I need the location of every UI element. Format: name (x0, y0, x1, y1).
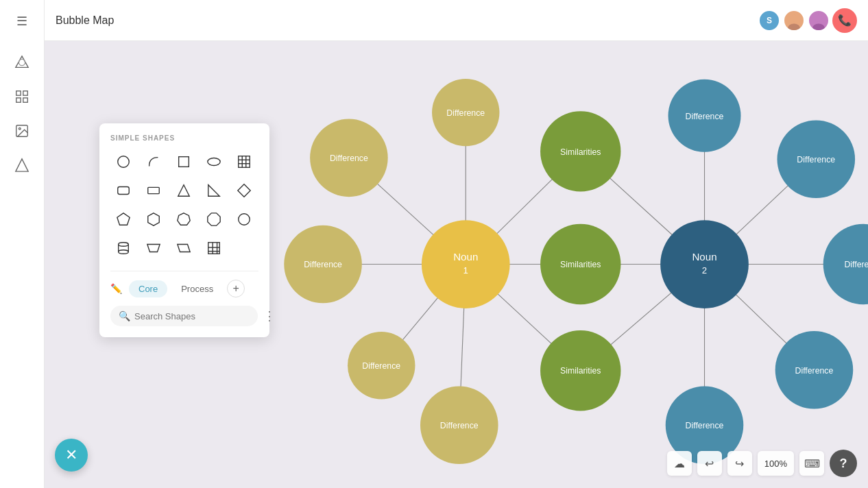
shape-rounded-rect[interactable] (110, 178, 136, 204)
svg-point-11 (815, 14, 823, 22)
svg-marker-75 (148, 213, 160, 225)
shape-hexagon[interactable] (141, 206, 167, 232)
diagram-icon[interactable] (8, 151, 36, 180)
shape-cylinder[interactable] (110, 235, 136, 261)
svg-rect-70 (148, 187, 160, 193)
shape-diamond[interactable] (231, 178, 257, 204)
shape-parallelogram[interactable] (171, 235, 197, 261)
svg-text:Similarities: Similarities (560, 147, 601, 157)
shapes-panel: SIMPLE SHAPES (99, 123, 269, 337)
svg-point-1 (19, 59, 25, 65)
svg-text:Noun: Noun (453, 251, 478, 263)
svg-point-29 (422, 220, 510, 308)
svg-point-10 (788, 23, 800, 32)
svg-text:Difference: Difference (362, 361, 400, 371)
svg-text:2: 2 (702, 265, 707, 276)
search-icon: 🔍 (119, 310, 130, 321)
zoom-level: 100% (758, 451, 794, 476)
search-input[interactable] (134, 311, 250, 321)
svg-text:Difference: Difference (304, 260, 342, 269)
tab-pencil-icon: ✏️ (110, 283, 122, 294)
shape-rect-outline[interactable] (141, 178, 167, 204)
shape-right-triangle[interactable] (201, 178, 227, 204)
svg-point-82 (119, 250, 129, 254)
shape-circle[interactable] (110, 149, 136, 175)
canvas[interactable]: Noun 1 Noun 2 Difference Difference Diff… (45, 41, 868, 488)
search-more-icon[interactable]: ⋮ (263, 308, 276, 324)
tab-process[interactable]: Process (171, 280, 223, 297)
image-icon[interactable] (8, 117, 36, 145)
avatar-user2 (808, 10, 830, 32)
shape-placeholder (231, 235, 257, 261)
cloud-icon[interactable]: ☁ (667, 451, 692, 476)
svg-rect-62 (179, 157, 189, 167)
svg-point-61 (118, 156, 130, 168)
svg-point-32 (660, 220, 749, 308)
shape-ellipse[interactable] (201, 149, 227, 175)
main-area: Bubble Map S 📞 (45, 0, 868, 488)
svg-text:1: 1 (463, 265, 468, 276)
undo-button[interactable]: ↩ (697, 451, 722, 476)
grid-icon[interactable] (8, 82, 36, 111)
keyboard-icon[interactable]: ⌨ (799, 451, 824, 476)
panel-section-title: SIMPLE SHAPES (110, 134, 258, 142)
svg-rect-2 (16, 91, 21, 95)
svg-marker-74 (117, 213, 130, 225)
tab-core[interactable]: Core (129, 280, 167, 297)
svg-point-9 (791, 14, 798, 22)
avatar-group: S 📞 (758, 8, 857, 33)
menu-icon[interactable]: ☰ (8, 7, 36, 36)
avatar-user1 (783, 10, 805, 32)
svg-text:Difference: Difference (440, 421, 479, 430)
redo-button[interactable]: ↪ (727, 451, 752, 476)
svg-text:Difference: Difference (795, 366, 834, 376)
shape-octagon[interactable] (201, 206, 227, 232)
bottom-toolbar: ☁ ↩ ↪ 100% ⌨ ? (667, 450, 857, 477)
svg-marker-72 (208, 185, 220, 197)
help-button[interactable]: ? (830, 450, 857, 477)
svg-point-12 (812, 23, 825, 32)
svg-rect-3 (23, 91, 27, 95)
svg-text:Similarities: Similarities (560, 366, 601, 376)
left-sidebar: ☰ (0, 0, 45, 488)
search-wrapper[interactable]: 🔍 (110, 306, 258, 326)
svg-rect-85 (208, 243, 220, 254)
panel-search: 🔍 ⋮ (110, 306, 258, 326)
svg-rect-5 (23, 98, 27, 102)
svg-text:Difference: Difference (797, 155, 835, 164)
page-title: Bubble Map (56, 14, 750, 27)
shape-table[interactable] (231, 149, 257, 175)
svg-text:Difference: Difference (330, 154, 368, 163)
svg-text:Similarities: Similarities (560, 260, 601, 269)
svg-text:Difference: Difference (844, 260, 868, 269)
shapes-icon[interactable] (8, 48, 36, 77)
shape-circle-outline[interactable] (231, 206, 257, 232)
svg-marker-84 (178, 245, 190, 252)
shape-square[interactable] (171, 149, 197, 175)
fab-button[interactable]: ✕ (55, 439, 88, 472)
svg-point-79 (119, 243, 129, 247)
svg-marker-76 (178, 213, 190, 225)
svg-text:Difference: Difference (686, 112, 724, 121)
shape-heptagon[interactable] (171, 206, 197, 232)
tab-add-button[interactable]: + (227, 280, 245, 297)
shape-grid[interactable] (201, 235, 227, 261)
svg-point-7 (19, 127, 21, 130)
svg-text:Noun: Noun (692, 251, 716, 263)
svg-text:Difference: Difference (686, 421, 724, 430)
svg-point-78 (239, 214, 250, 225)
shape-trapezoid[interactable] (141, 235, 167, 261)
header: Bubble Map S 📞 (45, 0, 868, 41)
svg-text:Difference: Difference (446, 108, 485, 118)
shape-triangle[interactable] (171, 178, 197, 204)
svg-marker-77 (208, 213, 220, 225)
shape-arc[interactable] (141, 149, 167, 175)
call-button[interactable]: 📞 (832, 8, 857, 33)
shape-pentagon[interactable] (110, 206, 136, 232)
shapes-grid (110, 149, 258, 261)
svg-rect-64 (239, 156, 250, 168)
svg-marker-71 (178, 185, 190, 197)
svg-marker-83 (147, 245, 160, 252)
panel-tabs: ✏️ Core Process + (110, 271, 258, 297)
svg-marker-73 (238, 184, 250, 197)
